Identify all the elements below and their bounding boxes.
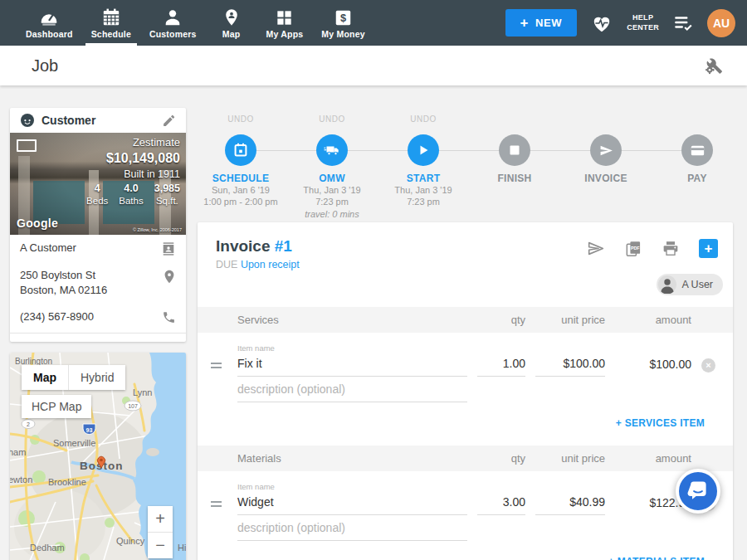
- undo-schedule-button[interactable]: UNDO: [227, 114, 253, 124]
- omw-step-button[interactable]: [316, 134, 348, 166]
- item-name-label: Item name: [237, 343, 467, 353]
- service-unit-price-input[interactable]: [535, 354, 605, 377]
- nav-item-dashboard[interactable]: Dashboard: [17, 0, 82, 46]
- drag-handle[interactable]: [209, 501, 227, 507]
- user-avatar[interactable]: AU: [707, 9, 735, 37]
- print-button[interactable]: [662, 241, 679, 256]
- undo-start-button[interactable]: UNDO: [410, 114, 436, 124]
- streetview-frame-icon[interactable]: [17, 139, 37, 152]
- nav-items: Dashboard Schedule Customers Map: [0, 0, 374, 46]
- service-item-name-input[interactable]: [237, 354, 467, 377]
- materials-item-row: $122.97 ×: [198, 493, 733, 515]
- start-step-button[interactable]: [408, 134, 439, 166]
- customer-name-row: A Customer: [10, 235, 186, 262]
- step-label: FINISH: [497, 173, 531, 184]
- invoice-step-button[interactable]: [590, 134, 622, 166]
- google-watermark: Google: [17, 217, 58, 230]
- app-screen: Dashboard Schedule Customers Map: [0, 0, 747, 560]
- invoice-number: #1: [275, 237, 292, 255]
- service-description-input[interactable]: [237, 380, 467, 402]
- item-name-label: Item name: [237, 482, 467, 491]
- remove-service-item-button[interactable]: ×: [701, 358, 715, 373]
- pay-step-button[interactable]: [681, 134, 713, 166]
- material-unit-price-input[interactable]: [535, 493, 605, 515]
- map-label-waltham: ham: [10, 447, 26, 457]
- step-time: 1:00 pm - 2:00 pm: [203, 196, 277, 207]
- map-pin-icon: [223, 7, 240, 27]
- hcp-map-button[interactable]: HCP Map: [22, 395, 91, 418]
- map-type-button-hybrid[interactable]: Hybrid: [69, 365, 125, 390]
- customer-address-row: 250 Boylston St Boston, MA 02116: [10, 262, 186, 304]
- svg-text:$: $: [340, 12, 346, 24]
- new-button[interactable]: + NEW: [505, 9, 578, 37]
- contact-card-button[interactable]: [161, 241, 176, 256]
- send-invoice-button[interactable]: [587, 241, 605, 256]
- amount-column-header: amount: [615, 314, 691, 326]
- service-qty-input[interactable]: [477, 354, 525, 377]
- materials-section-header: Materials qty unit price amount: [198, 446, 733, 471]
- chat-bubble-button[interactable]: [676, 469, 720, 514]
- material-item-name-input[interactable]: [237, 493, 467, 515]
- nav-item-map[interactable]: Map: [206, 0, 257, 46]
- zoom-out-button[interactable]: −: [148, 533, 173, 558]
- drag-handle[interactable]: [209, 363, 227, 368]
- add-materials-item-button[interactable]: + MATERIALS ITEM: [608, 556, 705, 560]
- customer-address: 250 Boylston St Boston, MA 02116: [20, 268, 107, 298]
- step-time: 7:23 pm: [315, 196, 349, 207]
- timeline-step-omw: UNDO OMW Thu, Jan 3 '19 7:23 pm travel: …: [286, 114, 378, 220]
- material-description-input[interactable]: [237, 519, 467, 541]
- apps-grid-icon: [276, 7, 293, 27]
- dashboard-icon: [39, 7, 59, 27]
- add-materials-item-row: + MATERIALS ITEM: [198, 541, 733, 560]
- address-line2: Boston, MA 02116: [20, 284, 107, 296]
- services-item-label-row: Item name: [198, 343, 733, 353]
- property-photo: Zestimate $10,149,080 Built in 1911 4Bed…: [10, 133, 186, 235]
- nav-item-my-apps[interactable]: My Apps: [257, 0, 313, 46]
- nav-item-customers[interactable]: Customers: [140, 0, 206, 46]
- undo-omw-button[interactable]: UNDO: [319, 114, 344, 124]
- health-pulse-button[interactable]: [591, 13, 613, 33]
- add-invoice-button[interactable]: +: [699, 239, 718, 258]
- nav-item-my-money[interactable]: $ My Money: [312, 0, 374, 46]
- assignee-pill[interactable]: A User: [657, 274, 723, 295]
- help-center-button[interactable]: HELP CENTER: [627, 13, 659, 32]
- map-type-button-map[interactable]: Map: [22, 365, 68, 390]
- svg-text:PDF: PDF: [631, 245, 640, 250]
- customer-card-header: Customer: [10, 108, 186, 133]
- nav-label: Customers: [149, 29, 197, 39]
- pdf-icon: PDF: [625, 241, 642, 257]
- pdf-button[interactable]: PDF: [625, 241, 642, 257]
- customer-history-row[interactable]: Customer History ›: [10, 334, 186, 342]
- job-settings-button[interactable]: [704, 56, 724, 75]
- nav-item-schedule[interactable]: Schedule: [82, 0, 140, 46]
- help-line2: CENTER: [627, 23, 659, 32]
- due-value-link[interactable]: Upon receipt: [241, 259, 300, 270]
- map-pin-button[interactable]: [163, 268, 176, 285]
- services-description-row: [198, 380, 733, 402]
- customer-card: Customer Zestimate $10,149,080 Built in …: [10, 108, 186, 342]
- edit-customer-button[interactable]: [162, 114, 176, 128]
- step-label: START: [407, 173, 441, 184]
- add-services-item-button[interactable]: + SERVICES ITEM: [616, 417, 705, 429]
- send-icon: [599, 144, 613, 158]
- services-section-header: Services qty unit price amount: [198, 307, 733, 333]
- zoom-in-button[interactable]: +: [148, 506, 173, 532]
- map-type-controls: Map Hybrid HCP Map: [22, 365, 125, 418]
- material-qty-input[interactable]: [477, 493, 525, 515]
- history-icon: [20, 341, 33, 342]
- finish-step-button[interactable]: [499, 134, 530, 166]
- step-label: OMW: [319, 173, 345, 184]
- plus-icon: +: [520, 16, 530, 30]
- send-outline-icon: [587, 241, 605, 256]
- play-icon: [417, 144, 430, 157]
- schedule-step-button[interactable]: [225, 134, 256, 166]
- property-stats: 4Beds 4.0Baths 3,985Sq.ft.: [86, 182, 180, 207]
- assignee-avatar-icon: [658, 275, 676, 294]
- invoice-due: DUE Upon receipt: [216, 259, 300, 270]
- map-label-brookline: Brookline: [48, 477, 86, 487]
- activity-feed-button[interactable]: [673, 14, 693, 32]
- wrench-gear-icon: [704, 56, 724, 75]
- map-label-newton: Newton: [10, 475, 32, 485]
- call-button[interactable]: [162, 309, 176, 324]
- step-date: Thu, Jan 3 '19: [394, 184, 452, 196]
